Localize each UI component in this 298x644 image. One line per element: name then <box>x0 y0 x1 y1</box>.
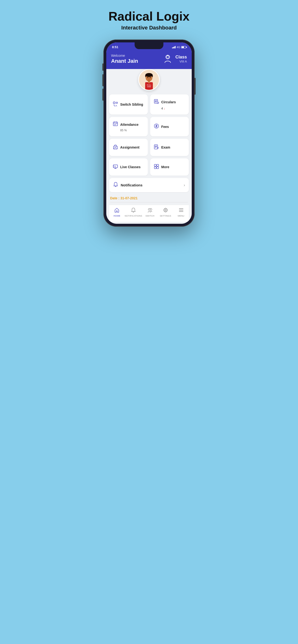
nav-menu[interactable]: MENU <box>173 208 189 217</box>
profile-area: ITS ALL GOOD <box>109 69 189 90</box>
page-subtitle: Interactive Dashboard <box>121 25 177 31</box>
more-card[interactable]: More <box>150 158 189 176</box>
fees-card[interactable]: Fees <box>150 117 189 136</box>
svg-rect-1 <box>167 55 168 56</box>
svg-rect-24 <box>154 145 158 149</box>
fees-icon <box>154 124 159 130</box>
assignment-label: Assignment <box>120 146 139 149</box>
class-info: Class VIII A <box>175 54 187 63</box>
volume-down-button <box>102 89 103 100</box>
home-icon <box>114 208 119 214</box>
svg-rect-29 <box>154 167 156 169</box>
subtitle-normal: Interactive <box>121 25 149 31</box>
svg-rect-28 <box>157 164 159 166</box>
welcome-text: Welcome <box>111 54 138 58</box>
date-text: Date : 31-07-2021 <box>110 196 137 200</box>
assignment-card[interactable]: Assignment <box>109 139 148 156</box>
attendance-icon <box>112 121 118 128</box>
fees-inner: Fees <box>154 124 186 130</box>
svg-rect-30 <box>157 167 159 169</box>
power-button <box>195 78 196 95</box>
svg-point-18 <box>157 102 159 104</box>
nav-settings-icon <box>163 208 168 214</box>
more-label: More <box>161 165 169 169</box>
notifications-row[interactable]: Notifications › <box>109 178 189 192</box>
class-grade: VIII A <box>175 60 187 63</box>
status-icons: 4G <box>172 46 186 49</box>
circulars-badge: 4 ↓ <box>154 106 186 110</box>
attendance-card[interactable]: Attendance 85 % <box>109 117 148 136</box>
attendance-inner: Attendance <box>112 121 144 128</box>
nav-settings-label: SETTINGS <box>160 215 171 217</box>
exam-icon <box>154 144 159 151</box>
circulars-icon <box>154 99 159 105</box>
nav-switch-icon <box>147 208 153 214</box>
live-classes-inner: Live Classes <box>112 164 144 170</box>
svg-rect-26 <box>113 165 114 168</box>
exam-card[interactable]: Exam <box>150 139 189 156</box>
nav-notifications-icon <box>131 208 136 214</box>
exam-inner: Exam <box>154 144 186 151</box>
volume-silent-button <box>102 64 103 71</box>
notifications-icon <box>113 182 118 188</box>
nav-home[interactable]: HOME <box>109 208 125 217</box>
nav-settings[interactable]: SETTINGS <box>158 208 173 217</box>
svg-point-9 <box>148 78 150 79</box>
nav-menu-label: MENU <box>178 215 185 217</box>
phone-shell: 8:51 4G Welcome Anant Jain <box>103 40 195 227</box>
live-classes-card[interactable]: Live Classes <box>109 158 148 176</box>
nav-home-label: HOME <box>113 215 120 217</box>
circulars-arrow: ↓ <box>164 107 165 110</box>
svg-point-7 <box>147 77 148 78</box>
svg-rect-13 <box>148 81 150 83</box>
status-time: 8:51 <box>112 45 118 49</box>
assignment-icon <box>112 144 118 151</box>
nav-notifications-label: NOTIFICATIONS <box>125 215 142 217</box>
welcome-section: Welcome Anant Jain <box>111 54 138 64</box>
svg-point-33 <box>165 210 166 211</box>
fees-label: Fees <box>161 125 169 129</box>
avatar-image: ITS ALL GOOD <box>139 70 159 90</box>
switch-sibling-card[interactable]: Switch Sibling <box>109 94 148 114</box>
content-area: ITS ALL GOOD <box>106 69 192 224</box>
date-divider <box>110 202 188 202</box>
assignment-inner: Assignment <box>112 144 144 151</box>
svg-rect-19 <box>113 122 117 126</box>
network-type: 4G <box>177 46 180 49</box>
svg-text:ITS ALL: ITS ALL <box>147 84 152 86</box>
menu-grid: Switch Sibling <box>109 94 189 176</box>
phone-screen: 8:51 4G Welcome Anant Jain <box>106 42 192 224</box>
exam-label: Exam <box>161 146 170 149</box>
switch-sibling-icon <box>112 101 118 108</box>
switch-sibling-label: Switch Sibling <box>120 102 143 106</box>
switch-sibling-inner: Switch Sibling <box>112 101 144 108</box>
circulars-card[interactable]: Circulars 4 ↓ <box>150 94 189 114</box>
live-classes-icon <box>112 164 118 170</box>
nav-notifications[interactable]: NOTIFICATIONS <box>125 208 142 217</box>
svg-point-15 <box>116 102 117 104</box>
notifications-chevron: › <box>184 183 185 187</box>
class-icon <box>163 54 173 64</box>
svg-rect-27 <box>154 164 156 166</box>
nav-menu-icon <box>179 208 184 214</box>
notch <box>135 42 163 49</box>
nav-switch[interactable]: SWITCH <box>142 208 158 217</box>
class-section: Class VIII A <box>163 54 187 64</box>
user-name: Anant Jain <box>111 58 138 64</box>
attendance-label: Attendance <box>120 123 138 126</box>
attendance-sub: 85 % <box>112 129 144 132</box>
profile-avatar: ITS ALL GOOD <box>138 69 160 90</box>
svg-text:GOOD: GOOD <box>147 86 151 88</box>
circulars-label: Circulars <box>161 100 176 104</box>
more-icon <box>154 164 159 170</box>
svg-point-2 <box>167 56 169 58</box>
bottom-nav: HOME NOTIFICATIONS <box>109 205 189 222</box>
page-title: Radical Logix <box>108 10 190 23</box>
notifications-label: Notifications <box>121 183 142 187</box>
date-row: Date : 31-07-2021 <box>109 194 189 205</box>
live-classes-label: Live Classes <box>120 165 140 169</box>
svg-point-22 <box>114 148 114 149</box>
volume-up-button <box>102 74 103 86</box>
signal-icon <box>172 46 176 48</box>
subtitle-bold: Dashboard <box>149 25 177 31</box>
